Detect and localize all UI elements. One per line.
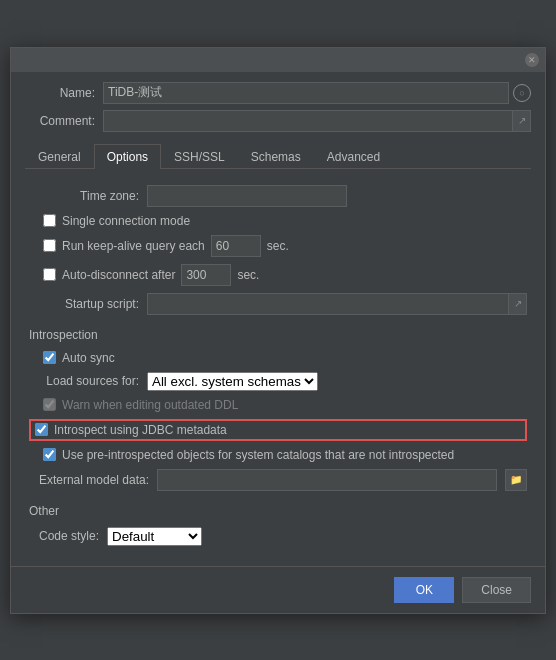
auto-disconnect-label: Auto-disconnect after — [62, 268, 175, 282]
pre-introspected-checkbox[interactable] — [43, 448, 56, 461]
startup-script-expand-button[interactable]: ↗ — [509, 293, 527, 315]
external-model-browse-button[interactable]: 📁 — [505, 469, 527, 491]
close-button[interactable]: ✕ — [525, 53, 539, 67]
auto-disconnect-suffix: sec. — [237, 268, 259, 282]
warn-outdated-label: Warn when editing outdated DDL — [62, 398, 238, 412]
jdbc-metadata-checkbox[interactable] — [35, 423, 48, 436]
external-model-input[interactable] — [157, 469, 497, 491]
name-label: Name: — [25, 86, 95, 100]
startup-script-label: Startup script: — [29, 297, 139, 311]
name-input[interactable] — [103, 82, 509, 104]
timezone-label: Time zone: — [29, 189, 139, 203]
warn-outdated-checkbox[interactable] — [43, 398, 56, 411]
tab-advanced[interactable]: Advanced — [314, 144, 393, 169]
code-style-row: Code style: Default MySQL PostgreSQL — [25, 527, 531, 546]
tab-schemas[interactable]: Schemas — [238, 144, 314, 169]
load-sources-select[interactable]: All excl. system schemas All None — [147, 372, 318, 391]
keepalive-checkbox[interactable] — [43, 239, 56, 252]
close-button-footer[interactable]: Close — [462, 577, 531, 603]
comment-row: Comment: ↗ — [25, 110, 531, 132]
single-connection-checkbox[interactable] — [43, 214, 56, 227]
auto-disconnect-row: Auto-disconnect after sec. — [25, 264, 531, 286]
dialog-body: Name: ○ Comment: ↗ General Options SSH/S… — [11, 72, 545, 566]
keepalive-suffix: sec. — [267, 239, 289, 253]
single-connection-row: Single connection mode — [25, 214, 531, 228]
startup-script-input[interactable] — [147, 293, 509, 315]
keepalive-value[interactable] — [211, 235, 261, 257]
keepalive-row: Run keep-alive query each sec. — [25, 235, 531, 257]
ok-button[interactable]: OK — [394, 577, 454, 603]
auto-sync-row: Auto sync — [25, 351, 531, 365]
warn-outdated-row: Warn when editing outdated DDL — [25, 398, 531, 412]
name-input-wrapper: ○ — [103, 82, 531, 104]
other-header: Other — [25, 500, 531, 520]
auto-disconnect-value[interactable] — [181, 264, 231, 286]
keepalive-label: Run keep-alive query each — [62, 239, 205, 253]
code-style-label: Code style: — [29, 529, 99, 543]
auto-sync-label: Auto sync — [62, 351, 115, 365]
tab-general[interactable]: General — [25, 144, 94, 169]
timezone-row: Time zone: — [25, 185, 531, 207]
external-model-row: External model data: 📁 — [25, 469, 531, 491]
titlebar: ✕ — [11, 48, 545, 72]
startup-script-row: Startup script: ↗ — [25, 293, 531, 315]
tab-ssh-ssl[interactable]: SSH/SSL — [161, 144, 238, 169]
code-style-select[interactable]: Default MySQL PostgreSQL — [107, 527, 202, 546]
tabs: General Options SSH/SSL Schemas Advanced — [25, 144, 531, 169]
pre-introspected-label: Use pre-introspected objects for system … — [62, 448, 454, 462]
name-options-button[interactable]: ○ — [513, 84, 531, 102]
name-row: Name: ○ — [25, 82, 531, 104]
jdbc-metadata-row: Introspect using JDBC metadata — [29, 419, 527, 441]
comment-expand-button[interactable]: ↗ — [513, 110, 531, 132]
comment-input-wrapper: ↗ — [103, 110, 531, 132]
options-tab-content: Time zone: Single connection mode Run ke… — [25, 175, 531, 556]
tab-options[interactable]: Options — [94, 144, 161, 169]
single-connection-label: Single connection mode — [62, 214, 190, 228]
auto-sync-checkbox[interactable] — [43, 351, 56, 364]
dialog-footer: OK Close — [11, 566, 545, 613]
auto-disconnect-checkbox[interactable] — [43, 268, 56, 281]
dialog: ✕ Name: ○ Comment: ↗ General Options SSH… — [10, 47, 546, 614]
timezone-input[interactable] — [147, 185, 347, 207]
startup-script-wrapper: ↗ — [147, 293, 527, 315]
comment-label: Comment: — [25, 114, 95, 128]
introspection-header: Introspection — [25, 324, 531, 344]
comment-input[interactable] — [103, 110, 513, 132]
load-sources-label: Load sources for: — [29, 374, 139, 388]
load-sources-row: Load sources for: All excl. system schem… — [25, 372, 531, 391]
pre-introspected-row: Use pre-introspected objects for system … — [25, 448, 531, 462]
jdbc-metadata-label: Introspect using JDBC metadata — [54, 423, 227, 437]
external-model-label: External model data: — [29, 473, 149, 487]
